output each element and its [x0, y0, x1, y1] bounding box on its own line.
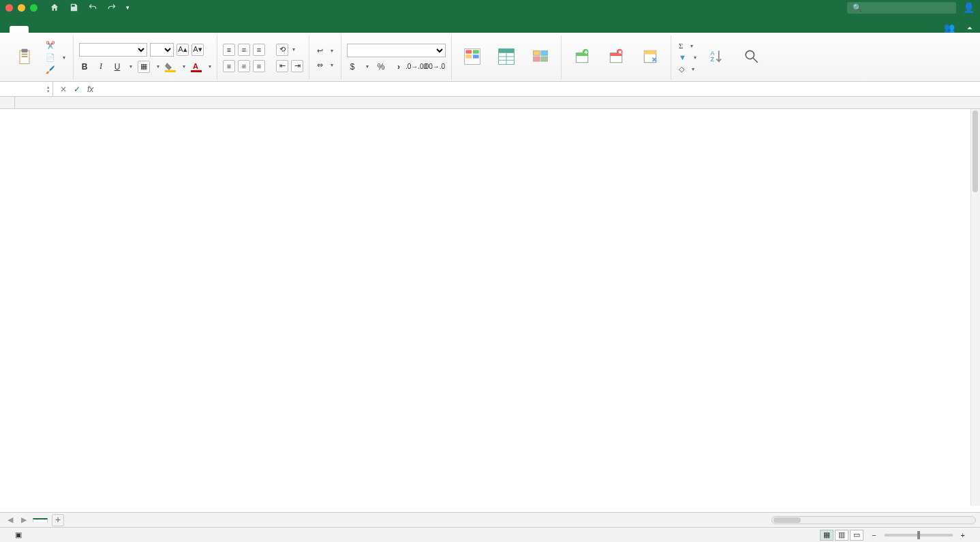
vertical-scrollbar[interactable] — [970, 109, 980, 506]
tab-page-layout[interactable] — [67, 26, 86, 33]
name-box[interactable]: ▴▾ — [0, 82, 53, 96]
svg-text:✖: ✖ — [618, 50, 622, 55]
align-right-button[interactable]: ≡ — [253, 60, 265, 72]
search-sheet-box[interactable]: 🔍 — [847, 2, 956, 14]
comma-button[interactable]: › — [393, 61, 404, 72]
eraser-icon: ◇ — [679, 65, 684, 74]
clear-button[interactable]: ◇ — [677, 64, 699, 74]
tab-review[interactable] — [124, 26, 143, 33]
autosum-button[interactable]: Σ — [677, 41, 699, 50]
close-window-button[interactable] — [5, 4, 13, 12]
page-layout-view-button[interactable]: ▥ — [835, 530, 848, 541]
borders-button[interactable]: ▦ — [138, 61, 150, 73]
copy-icon: 📄 — [46, 53, 55, 62]
minimize-window-button[interactable] — [18, 4, 25, 12]
search-sheet-input[interactable] — [866, 3, 955, 12]
align-middle-button[interactable]: ≡ — [238, 44, 250, 56]
percent-button[interactable]: % — [376, 61, 386, 72]
cells-area[interactable] — [15, 109, 980, 506]
increase-font-button[interactable]: A▴ — [177, 44, 189, 56]
redo-icon[interactable] — [107, 3, 117, 12]
increase-decimal-button[interactable]: .0→.00 — [411, 61, 422, 72]
svg-rect-3 — [22, 56, 28, 57]
page-break-view-button[interactable]: ▭ — [850, 530, 863, 541]
tab-formulas[interactable] — [86, 26, 105, 33]
font-name-select[interactable] — [79, 43, 147, 57]
format-as-table-button[interactable] — [491, 46, 521, 70]
home-icon[interactable] — [50, 3, 59, 12]
tab-draw[interactable] — [48, 26, 67, 33]
cell-styles-button[interactable] — [525, 46, 555, 70]
font-size-select[interactable] — [150, 43, 174, 57]
svg-rect-19 — [534, 57, 540, 61]
fill-down-icon: ▼ — [679, 53, 686, 61]
tab-home[interactable] — [10, 26, 29, 33]
align-top-button[interactable]: ≡ — [223, 44, 235, 56]
spreadsheet-grid[interactable] — [0, 97, 980, 506]
share-button[interactable]: 👥 — [944, 22, 958, 33]
sheet-nav-prev[interactable]: ◀ — [5, 515, 15, 524]
align-bottom-button[interactable]: ≡ — [253, 44, 265, 56]
wrap-text-button[interactable]: ↩ — [315, 46, 335, 56]
titlebar: ▾ 🔍 👤 — [0, 0, 980, 15]
decrease-font-button[interactable]: A▾ — [192, 44, 204, 56]
insert-cells-button[interactable]: ✚ — [567, 46, 597, 70]
svg-rect-20 — [541, 57, 548, 61]
tab-view[interactable] — [143, 26, 162, 33]
sheet-nav-next[interactable]: ▶ — [19, 515, 29, 524]
number-format-select[interactable] — [347, 44, 446, 57]
share-icon: 👥 — [944, 22, 955, 33]
normal-view-button[interactable]: ▦ — [820, 530, 833, 541]
name-box-stepper[interactable]: ▴▾ — [47, 85, 50, 93]
fill-button[interactable]: ▼ — [677, 52, 699, 62]
align-left-button[interactable]: ≡ — [223, 60, 235, 72]
decrease-indent-button[interactable]: ⇤ — [276, 60, 288, 72]
zoom-slider[interactable] — [885, 534, 953, 537]
svg-text:A: A — [193, 62, 198, 70]
group-wrap-merge: ↩ ⇔ — [309, 35, 341, 80]
conditional-formatting-button[interactable] — [457, 46, 487, 70]
format-cells-button[interactable] — [635, 46, 665, 70]
sheet-tab-sheet1[interactable] — [33, 518, 48, 522]
tab-insert[interactable] — [29, 26, 48, 33]
paste-button[interactable] — [10, 46, 40, 70]
macro-record-icon[interactable]: ▣ — [15, 530, 22, 539]
collapse-ribbon-icon[interactable] — [965, 23, 975, 33]
sort-filter-button[interactable]: AZ — [703, 46, 733, 70]
merge-center-button[interactable]: ⇔ — [315, 60, 335, 70]
tab-data[interactable] — [105, 26, 124, 33]
decrease-decimal-button[interactable]: .00→.0 — [429, 61, 440, 72]
font-color-button[interactable]: A — [191, 61, 202, 72]
user-icon[interactable]: 👤 — [963, 2, 975, 13]
increase-indent-button[interactable]: ⇥ — [291, 60, 303, 72]
horizontal-scrollbar[interactable] — [771, 516, 976, 524]
tab-developer[interactable] — [162, 26, 181, 33]
enter-icon[interactable]: ✓ — [74, 85, 80, 94]
orientation-button[interactable]: ⟲ — [276, 44, 288, 56]
fx-icon[interactable]: fx — [87, 85, 93, 94]
fill-color-button[interactable] — [165, 61, 176, 72]
bold-button[interactable]: B — [79, 61, 90, 72]
copy-button[interactable]: 📄 — [44, 52, 67, 63]
zoom-in-button[interactable]: + — [961, 531, 965, 539]
italic-button[interactable]: I — [95, 61, 106, 72]
align-center-button[interactable]: ≡ — [238, 60, 250, 72]
find-select-button[interactable] — [737, 46, 767, 70]
currency-button[interactable]: $ — [347, 61, 358, 72]
select-all-corner[interactable] — [0, 97, 15, 109]
qat-dropdown-icon[interactable]: ▾ — [126, 4, 129, 11]
zoom-out-button[interactable]: − — [872, 531, 876, 539]
cut-button[interactable]: ✂️ — [44, 40, 67, 50]
svg-rect-4 — [165, 70, 176, 72]
undo-icon[interactable] — [88, 3, 97, 12]
cancel-icon[interactable]: ✕ — [60, 85, 67, 94]
add-sheet-button[interactable]: + — [52, 514, 64, 526]
underline-button[interactable]: U — [112, 61, 123, 72]
maximize-window-button[interactable] — [30, 4, 37, 12]
sigma-icon: Σ — [679, 42, 683, 50]
format-painter-button[interactable]: 🖌️ — [44, 65, 67, 75]
svg-rect-13 — [499, 49, 515, 53]
save-icon[interactable] — [69, 3, 78, 12]
ribbon-tabs: 👥 — [0, 15, 980, 33]
delete-cells-button[interactable]: ✖ — [601, 46, 631, 70]
